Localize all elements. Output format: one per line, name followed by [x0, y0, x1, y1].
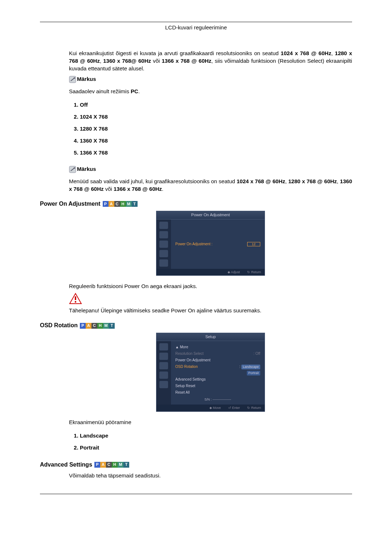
chip-m: M [118, 462, 123, 468]
osd2-res-val: : Off [253, 351, 260, 356]
osd-power-on: Power On Adjustment Power On Adjustment … [156, 211, 265, 276]
sec2-title: OSD Rotation [40, 321, 78, 329]
svg-point-3 [74, 167, 75, 169]
osd1-main: Power On Adjustment : 12 [171, 219, 265, 269]
osd1-value-box[interactable]: 12 [247, 242, 260, 246]
rotation-option-list: Landscape Portrait [80, 430, 352, 454]
resolution-option-list: Off 1024 X 768 1280 X 768 1360 X 768 136… [80, 99, 352, 159]
note1-bold: PC [131, 88, 138, 94]
section-title-osd-rotation: OSD Rotation P A C H M T [40, 321, 352, 329]
intro-paragraph: Kui ekraanikujutist õigesti ei kuvata ja… [69, 49, 352, 72]
intro-or: või [151, 58, 162, 64]
osd1-footer: ◆ Adjust ↻ Return [156, 269, 265, 276]
intro-text-a: Kui ekraanikujutist õigesti ei kuvata ja… [69, 50, 281, 56]
warning-icon [69, 293, 82, 304]
option-1366: 1366 X 768 [80, 147, 352, 159]
note2-r1: 1024 x 768 @ 60Hz [237, 178, 285, 184]
osd-nav-icon[interactable] [159, 222, 168, 229]
osd1-label: Power On Adjustment : [175, 242, 247, 247]
option-off: Off [80, 99, 352, 111]
note2-r4: 1366 x 768 @ 60Hz [114, 186, 162, 192]
osd2-item-resetall[interactable]: Reset All [175, 389, 260, 396]
mode-chips: P A C H M T [103, 201, 138, 207]
osd2-item-advanced[interactable]: Advanced Settings [175, 376, 260, 383]
osd-nav-icon[interactable] [159, 231, 168, 238]
section-title-power-on: Power On Adjustment P A C H M T [40, 200, 352, 208]
mode-chips: P A C H M T [94, 462, 129, 468]
chip-t: T [109, 323, 115, 329]
osd2-osdrot-label: OSD Rotation [175, 364, 239, 369]
note2-a: Menüüd saab valida vaid juhul, kui graaf… [69, 178, 237, 184]
osd-nav-icon[interactable] [159, 362, 168, 369]
chip-a: A [109, 201, 114, 207]
chip-p: P [80, 323, 86, 329]
page-footer-line [40, 494, 352, 494]
osd-nav-icon[interactable] [159, 372, 168, 379]
osd-nav-icon[interactable] [159, 259, 168, 267]
osd-nav-icon[interactable] [159, 250, 168, 257]
osd2-osdrot-val1[interactable]: Landscape [241, 365, 260, 369]
sec1-title: Power On Adjustment [40, 200, 101, 208]
section-title-advanced: Advanced Settings P A C H M T [40, 461, 352, 469]
osd2-osdrot-val2-row: Portrait [175, 370, 260, 376]
intro-sep1: , [331, 50, 335, 56]
intro-res1: 1024 x 768 @ 60Hz [281, 50, 331, 56]
option-1280: 1280 X 768 [80, 123, 352, 135]
osd-nav-icon[interactable] [159, 241, 168, 248]
sec2-desc: Ekraanimenüü pööramine [69, 418, 352, 426]
chip-c: C [106, 462, 112, 468]
osd2-res-label: Resolution Select [175, 351, 253, 356]
osd2-main: ▲ More Resolution Select : Off Power On … [171, 341, 265, 405]
sec3-desc: Võimaldab teha täpsemaid seadistusi. [69, 472, 352, 479]
page: LCD-kuvari reguleerimine Kui ekraanikuju… [0, 0, 392, 516]
osd2-item-poweron[interactable]: Power On Adjustment [175, 357, 260, 364]
chip-p: P [103, 201, 109, 207]
option-1360: 1360 X 768 [80, 135, 352, 147]
osd1-foot-return: ↻ Return [247, 270, 261, 274]
osd2-foot-move: ◆ Move [209, 406, 221, 410]
osd2-foot-return: ↻ Return [247, 406, 261, 410]
osd1-foot-adjust: ◆ Adjust [228, 270, 240, 274]
note-row-2: Märkus [69, 165, 352, 173]
note-row-1: Märkus [69, 75, 352, 83]
osd-nav-icon[interactable] [159, 381, 168, 388]
page-header: LCD-kuvari reguleerimine [40, 22, 352, 31]
intro-sep2: , [100, 58, 103, 64]
mode-chips: P A C H M T [80, 323, 115, 329]
osd2-item-setupreset[interactable]: Setup Reset [175, 383, 260, 389]
osd1-title: Power On Adjustment [156, 211, 265, 219]
chip-t: T [123, 462, 129, 468]
osd2-footer: ◆ Move ⏎ Enter ↻ Return [156, 405, 265, 411]
osd2-item-osdrot[interactable]: OSD Rotation : Landscape [175, 364, 260, 370]
chip-a: A [100, 462, 106, 468]
chip-t: T [132, 201, 138, 207]
osd-nav-icon[interactable] [159, 343, 168, 350]
chip-c: C [91, 323, 97, 329]
chip-p: P [94, 462, 100, 468]
note2-paragraph: Menüüd saab valida vaid juhul, kui graaf… [69, 177, 352, 193]
content-body: Kui ekraanikujutist õigesti ei kuvata ja… [40, 49, 352, 479]
osd1-sidebar [156, 219, 171, 269]
chip-h: H [112, 462, 118, 468]
osd2-item-res[interactable]: Resolution Select : Off [175, 350, 260, 357]
osd2-title: Setup [156, 333, 265, 341]
osd-nav-icon[interactable] [159, 353, 168, 360]
svg-point-1 [74, 77, 75, 79]
osd-setup: Setup ▲ More Resolution Select : Off Pow… [156, 333, 265, 412]
note2-or: või [104, 186, 114, 192]
sec3-title: Advanced Settings [40, 461, 92, 469]
intro-res3: 1360 x 768@ 60Hz [103, 58, 151, 64]
note1-dot: . [138, 88, 140, 94]
osd1-row: Power On Adjustment : 12 [175, 241, 260, 247]
osd2-sidebar [156, 341, 171, 405]
osd1-body: Power On Adjustment : 12 [156, 219, 265, 269]
note1-a: Saadaolev ainult režiimis [69, 88, 131, 94]
osd2-sn: S/N : ----------------- [175, 397, 260, 402]
chip-a: A [86, 323, 91, 329]
note2-sep1: , [285, 178, 289, 184]
chip-h: H [97, 323, 103, 329]
note-icon [69, 166, 76, 173]
osd2-more[interactable]: ▲ More [175, 344, 260, 350]
note2-sep2: , [337, 178, 340, 184]
osd2-osdrot-val2[interactable]: Portrait [247, 371, 260, 376]
